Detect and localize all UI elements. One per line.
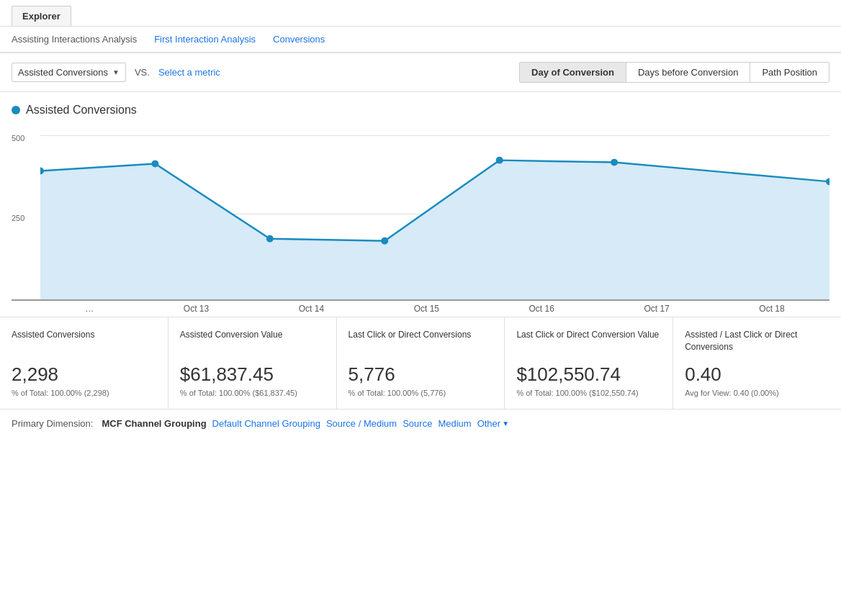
x-label-oct16: Oct 16 (529, 304, 554, 314)
chart-title-row: Assisted Conversions (12, 104, 829, 117)
x-label-oct17: Oct 17 (644, 304, 669, 314)
primary-dimension-label: Primary Dimension: (12, 418, 93, 429)
metric-sub-0: % of Total: 100.00% (2,298) (12, 389, 156, 397)
metric-card-0: Assisted Conversions 2,298 % of Total: 1… (0, 317, 168, 409)
metric-sub-2: % of Total: 100.00% (5,776) (348, 389, 493, 397)
chart-svg (40, 128, 829, 299)
pd-link-source-medium[interactable]: Source / Medium (326, 418, 397, 429)
metric-label-2: Last Click or Direct Conversions (348, 329, 493, 355)
chart-x-labels: … Oct 13 Oct 14 Oct 15 Oct 16 Oct 17 Oct… (12, 301, 829, 317)
metric-value-4: 0.40 (685, 363, 829, 386)
y-label-250: 250 (12, 214, 24, 222)
metric-label-4: Assisted / Last Click or Direct Conversi… (685, 329, 829, 355)
nav-tabs: Assisting Interactions Analysis First In… (0, 27, 841, 53)
chart-container: 500 250 (12, 128, 829, 301)
metrics-row: Assisted Conversions 2,298 % of Total: 1… (0, 317, 841, 409)
chart-point-5 (611, 159, 618, 166)
primary-dimension-active: MCF Channel Grouping (102, 418, 206, 429)
nav-tab-assisting[interactable]: Assisting Interactions Analysis (12, 34, 137, 45)
metric-card-2: Last Click or Direct Conversions 5,776 %… (337, 317, 505, 409)
dropdown-arrow-icon: ▼ (112, 68, 120, 76)
metric-dropdown-label: Assisted Conversions (18, 67, 108, 78)
metric-value-0: 2,298 (12, 363, 156, 386)
chart-y-labels: 500 250 (12, 128, 24, 299)
metric-label-1: Assisted Conversion Value (180, 329, 325, 355)
pd-link-default-channel[interactable]: Default Channel Grouping (212, 418, 320, 429)
metric-card-3: Last Click or Direct Conversion Value $1… (505, 317, 673, 409)
metric-dropdown[interactable]: Assisted Conversions ▼ (12, 63, 126, 82)
select-metric-link[interactable]: Select a metric (158, 67, 220, 78)
chart-point-1 (151, 160, 158, 168)
pd-link-medium[interactable]: Medium (438, 418, 471, 429)
x-label-oct13: Oct 13 (184, 304, 209, 314)
pd-other-label: Other (477, 418, 501, 429)
pd-other-dropdown[interactable]: Other ▼ (477, 418, 509, 429)
y-label-500: 500 (12, 134, 24, 142)
pd-link-source[interactable]: Source (402, 418, 432, 429)
metric-sub-1: % of Total: 100.00% ($61,837.45) (180, 389, 325, 397)
chart-dot-icon (12, 106, 20, 114)
metric-card-4: Assisted / Last Click or Direct Conversi… (673, 317, 841, 409)
metric-sub-3: % of Total: 100.00% ($102,550.74) (516, 389, 661, 397)
tab-day-of-conversion[interactable]: Day of Conversion (520, 63, 626, 82)
chart-title-text: Assisted Conversions (26, 104, 137, 117)
pd-other-arrow-icon: ▼ (502, 420, 509, 427)
x-label-oct15: Oct 15 (414, 304, 439, 314)
metric-value-2: 5,776 (348, 363, 493, 386)
metric-card-1: Assisted Conversion Value $61,837.45 % o… (168, 317, 337, 409)
metric-sub-4: Avg for View: 0.40 (0.00%) (685, 389, 829, 397)
chart-fill-area (40, 160, 829, 299)
x-label-oct18: Oct 18 (759, 304, 784, 314)
chart-section: Assisted Conversions 500 250 (0, 92, 841, 317)
vs-label: VS. (135, 67, 150, 78)
chart-point-2 (266, 235, 274, 243)
x-label-oct14: Oct 14 (299, 304, 324, 314)
explorer-tab[interactable]: Explorer (12, 6, 71, 26)
chart-point-4 (496, 157, 503, 164)
explorer-tab-bar: Explorer (0, 0, 841, 27)
tab-days-before-conversion[interactable]: Days before Conversion (626, 63, 750, 82)
metric-label-0: Assisted Conversions (12, 329, 156, 355)
chart-svg-wrapper (40, 128, 829, 299)
tab-path-position[interactable]: Path Position (750, 63, 829, 82)
nav-tab-first-interaction[interactable]: First Interaction Analysis (154, 34, 256, 45)
time-tab-group: Day of Conversion Days before Conversion… (519, 62, 829, 83)
x-label-ellipsis: … (85, 304, 94, 314)
metric-value-3: $102,550.74 (516, 363, 661, 386)
chart-point-3 (381, 237, 388, 245)
metric-label-3: Last Click or Direct Conversion Value (516, 329, 661, 355)
primary-dimension-bar: Primary Dimension: MCF Channel Grouping … (0, 409, 841, 438)
nav-tab-conversions[interactable]: Conversions (273, 34, 325, 45)
toolbar: Assisted Conversions ▼ VS. Select a metr… (0, 53, 841, 92)
metric-value-1: $61,837.45 (180, 363, 325, 386)
